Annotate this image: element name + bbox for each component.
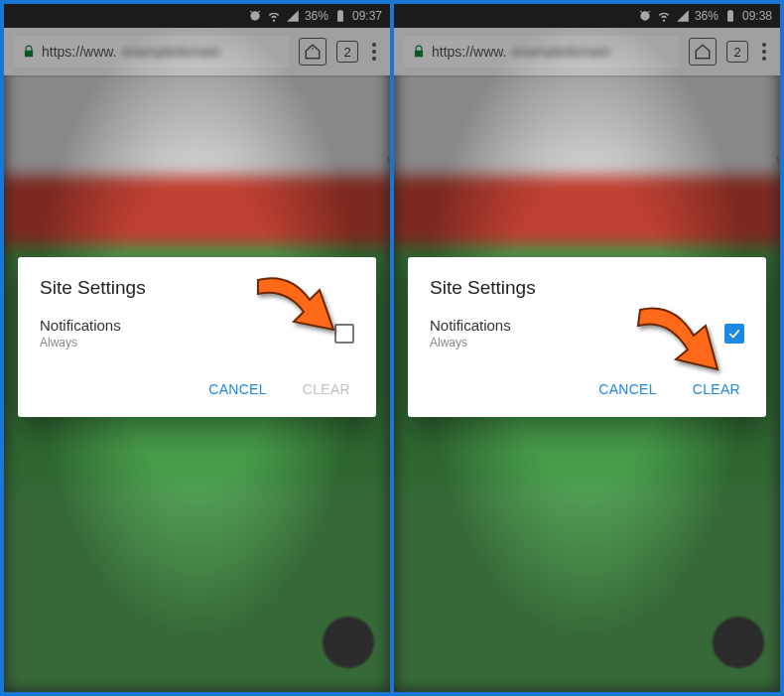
- phone-right: 36% 09:38 https://www. exampledomain 2 s…: [394, 4, 780, 692]
- notifications-checkbox[interactable]: [724, 324, 744, 344]
- check-icon: [727, 327, 741, 341]
- dialog-actions: CANCEL CLEAR: [40, 371, 354, 407]
- tutorial-arrow-icon: [250, 272, 341, 351]
- tutorial-arrow-icon: [630, 304, 725, 389]
- cancel-button[interactable]: CANCEL: [204, 375, 271, 403]
- phone-left: 36% 09:37 https://www. exampledomain 2 s…: [4, 4, 390, 692]
- clear-button[interactable]: CLEAR: [299, 375, 354, 403]
- dialog-title: Site Settings: [430, 277, 744, 299]
